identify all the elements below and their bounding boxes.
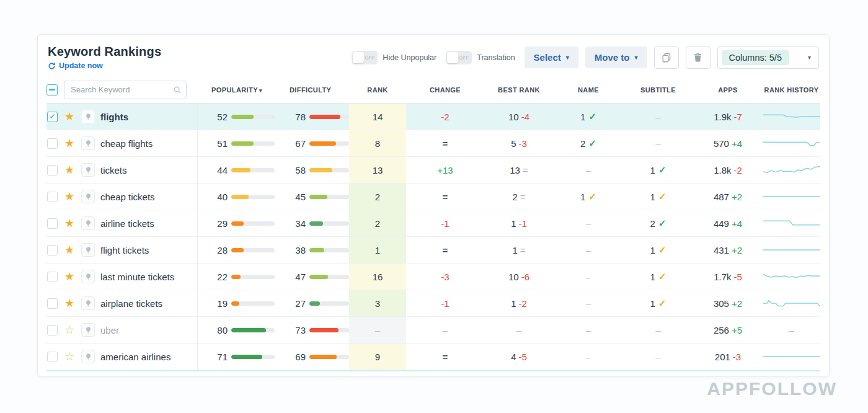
table-row[interactable]: ★last minute tickets224716-310-6–1✓1.7k-…	[46, 264, 820, 290]
subtitle-value: 1	[650, 298, 655, 309]
row-checkbox[interactable]	[47, 138, 58, 149]
column-header-difficulty[interactable]: DIFFICULTY	[283, 86, 349, 94]
bulb-icon[interactable]	[81, 350, 95, 363]
rank-history-cell	[763, 157, 820, 183]
keyword-label[interactable]: airplane tickets	[100, 298, 162, 309]
row-checkbox[interactable]	[47, 165, 58, 175]
empty-dash: –	[655, 352, 660, 362]
star-icon[interactable]: ★	[63, 218, 76, 229]
table-row[interactable]: ★airplane tickets19273-11-2–1✓305+2	[46, 290, 820, 317]
star-icon[interactable]: ★	[63, 138, 76, 149]
star-icon[interactable]: ☆	[63, 351, 76, 362]
popularity-cell: 51	[198, 130, 283, 156]
keyword-label[interactable]: flights	[100, 112, 128, 122]
empty-dash: –	[586, 272, 591, 282]
metric-value: 71	[211, 352, 228, 362]
column-header-popularity[interactable]: POPULARITY▾	[198, 86, 283, 94]
row-checkbox[interactable]	[47, 272, 58, 282]
bulb-icon[interactable]	[81, 110, 95, 123]
keyword-label[interactable]: american airlines	[100, 352, 170, 362]
bulb-icon[interactable]	[81, 323, 95, 337]
search-box	[64, 81, 187, 99]
bulb-icon[interactable]	[81, 216, 95, 230]
translation-toggle[interactable]: OFF	[446, 51, 472, 64]
row-checkbox[interactable]	[47, 218, 58, 229]
move-to-button[interactable]: Move to ▾	[585, 47, 647, 68]
metric-value: 52	[211, 112, 228, 122]
column-header-apps[interactable]: APPS	[693, 86, 763, 94]
delete-button[interactable]	[686, 46, 711, 69]
popularity-cell: 71	[198, 344, 283, 370]
star-icon[interactable]: ★	[63, 298, 76, 309]
column-header-best-rank[interactable]: BEST RANK	[484, 86, 554, 94]
row-checkbox[interactable]	[47, 245, 58, 255]
table-row[interactable]: ★cheap flights51678=5-32✓–570+4	[46, 130, 820, 157]
apps-delta: -2	[734, 165, 742, 175]
table-row[interactable]: ☆american airlines71699=4-5––201-3	[46, 344, 820, 370]
best-rank: 1=	[484, 237, 554, 263]
popularity-cell: 28	[198, 237, 283, 263]
column-header-change[interactable]: CHANGE	[406, 86, 484, 94]
column-header-name[interactable]: NAME	[554, 86, 623, 94]
star-icon[interactable]: ★	[63, 244, 76, 255]
bulb-icon[interactable]	[81, 243, 95, 257]
bulb-icon[interactable]	[81, 190, 95, 203]
metric-value: 73	[290, 325, 306, 335]
subtitle: –	[623, 344, 693, 370]
star-icon[interactable]: ★	[63, 164, 76, 175]
keyword-label[interactable]: tickets	[100, 165, 127, 175]
keyword-label[interactable]: cheap tickets	[100, 192, 155, 202]
keyword-label[interactable]: flight tickets	[100, 245, 149, 255]
table-row[interactable]: ★cheap tickets40452=2=1✓1✓487+2	[46, 184, 820, 210]
copy-button[interactable]	[654, 46, 679, 69]
hide-unpopular-toggle[interactable]: OFF	[352, 51, 378, 64]
name: –	[554, 210, 623, 236]
subtitle: 1✓	[623, 290, 693, 316]
star-icon[interactable]: ★	[63, 191, 76, 202]
table-row[interactable]: ★tickets445813+1313=–1✓1.8k-2	[46, 157, 820, 184]
keyword-label[interactable]: uber	[100, 325, 119, 335]
table-row[interactable]: ★airline tickets29342-11-1–2✓449+4	[46, 210, 820, 237]
chevron-down-icon: ▾	[808, 54, 811, 61]
star-icon[interactable]: ★	[63, 271, 76, 282]
rank-cell: 2	[349, 210, 406, 236]
apps: 1.7k-5	[693, 264, 763, 290]
name: 1✓	[554, 104, 623, 130]
keyword-label[interactable]: last minute tickets	[100, 272, 174, 282]
bulb-icon[interactable]	[81, 136, 95, 150]
bulb-icon[interactable]	[81, 163, 95, 177]
column-header-rank[interactable]: RANK	[349, 86, 406, 94]
row-checkbox[interactable]	[47, 325, 58, 335]
rank-history-sparkline	[763, 295, 820, 311]
keyword-label[interactable]: cheap flights	[100, 138, 153, 149]
sort-caret-icon: ▾	[259, 87, 262, 94]
empty-dash: –	[586, 298, 591, 309]
table-row[interactable]: ✓★flights527814-210-41✓–1.9k-7	[46, 104, 820, 130]
table-row[interactable]: ☆uber8073–––––256+5–	[46, 317, 820, 344]
star-icon[interactable]: ★	[63, 111, 76, 122]
title-block: Keyword Rankings Update now	[48, 45, 161, 70]
row-checkbox[interactable]: ✓	[47, 112, 58, 122]
select-all-checkbox[interactable]	[46, 84, 58, 95]
column-header-subtitle[interactable]: SUBTITLE	[623, 86, 693, 94]
select-button[interactable]: Select ▾	[525, 47, 578, 68]
star-icon[interactable]: ☆	[63, 324, 76, 335]
best-rank: 4-5	[484, 344, 554, 370]
keyword-cell: ★airline tickets	[46, 210, 198, 236]
update-now-link[interactable]: Update now	[48, 61, 161, 70]
table-row[interactable]: ★flight tickets28381=1=–1✓431+2	[46, 237, 820, 264]
subtitle-value: 2	[650, 218, 655, 229]
bulb-icon[interactable]	[81, 296, 95, 310]
columns-button[interactable]: Columns: 5/5 ▾	[717, 47, 819, 69]
row-checkbox[interactable]	[47, 192, 58, 202]
keyword-cell: ☆american airlines	[46, 344, 198, 370]
row-checkbox[interactable]	[47, 298, 58, 309]
column-header-rank-history[interactable]: RANK HISTORY	[763, 86, 820, 94]
search-input[interactable]	[64, 81, 187, 99]
row-checkbox[interactable]	[47, 352, 58, 362]
best-rank: 2=	[484, 184, 554, 210]
bulb-icon[interactable]	[81, 270, 95, 283]
popularity-cell: 40	[198, 184, 283, 210]
keyword-label[interactable]: airline tickets	[100, 218, 154, 229]
apps-delta: +4	[732, 218, 742, 229]
